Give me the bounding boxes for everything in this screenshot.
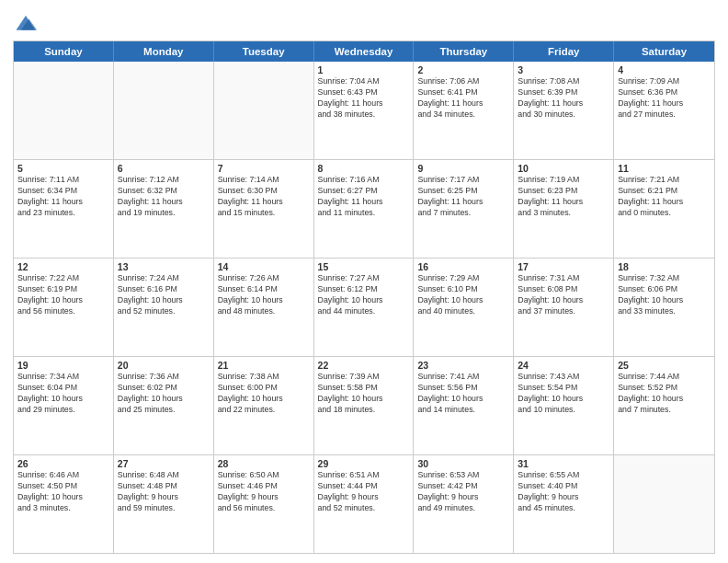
- cal-day-23: 23Sunrise: 7:41 AM Sunset: 5:56 PM Dayli…: [414, 357, 514, 454]
- day-number: 19: [17, 360, 109, 371]
- cal-day-29: 29Sunrise: 6:51 AM Sunset: 4:44 PM Dayli…: [314, 455, 415, 553]
- day-number: 15: [318, 261, 410, 272]
- calendar-header-row: SundayMondayTuesdayWednesdayThursdayFrid…: [14, 41, 714, 62]
- day-number: 18: [618, 261, 711, 272]
- cell-info: Sunrise: 7:19 AM Sunset: 6:23 PM Dayligh…: [518, 175, 609, 219]
- cal-day-11: 11Sunrise: 7:21 AM Sunset: 6:21 PM Dayli…: [614, 160, 714, 258]
- day-number: 6: [118, 163, 210, 174]
- cell-info: Sunrise: 7:26 AM Sunset: 6:14 PM Dayligh…: [218, 273, 310, 317]
- cell-info: Sunrise: 7:31 AM Sunset: 6:08 PM Dayligh…: [518, 273, 609, 317]
- cal-header-friday: Friday: [514, 41, 614, 62]
- day-number: 31: [518, 458, 609, 469]
- cal-day-5: 5Sunrise: 7:11 AM Sunset: 6:34 PM Daylig…: [14, 160, 114, 258]
- cell-info: Sunrise: 6:48 AM Sunset: 4:48 PM Dayligh…: [118, 470, 210, 514]
- day-number: 26: [17, 458, 109, 469]
- cal-day-8: 8Sunrise: 7:16 AM Sunset: 6:27 PM Daylig…: [314, 160, 415, 258]
- cal-day-19: 19Sunrise: 7:34 AM Sunset: 6:04 PM Dayli…: [14, 357, 114, 454]
- cal-week-5: 26Sunrise: 6:46 AM Sunset: 4:50 PM Dayli…: [14, 455, 714, 553]
- cal-day-25: 25Sunrise: 7:44 AM Sunset: 5:52 PM Dayli…: [614, 357, 714, 454]
- cal-header-wednesday: Wednesday: [314, 41, 415, 62]
- day-number: 29: [318, 458, 410, 469]
- cell-info: Sunrise: 7:21 AM Sunset: 6:21 PM Dayligh…: [618, 175, 711, 219]
- cal-empty-cell: [114, 62, 214, 159]
- day-number: 11: [618, 163, 711, 174]
- cal-day-4: 4Sunrise: 7:09 AM Sunset: 6:36 PM Daylig…: [614, 62, 714, 159]
- cell-info: Sunrise: 6:51 AM Sunset: 4:44 PM Dayligh…: [318, 470, 410, 514]
- day-number: 27: [118, 458, 210, 469]
- day-number: 2: [417, 64, 509, 75]
- cell-info: Sunrise: 7:14 AM Sunset: 6:30 PM Dayligh…: [218, 175, 310, 219]
- cell-info: Sunrise: 7:16 AM Sunset: 6:27 PM Dayligh…: [318, 175, 410, 219]
- cal-day-1: 1Sunrise: 7:04 AM Sunset: 6:43 PM Daylig…: [314, 62, 415, 159]
- day-number: 14: [218, 261, 310, 272]
- cal-day-13: 13Sunrise: 7:24 AM Sunset: 6:16 PM Dayli…: [114, 259, 214, 356]
- header: [13, 9, 715, 35]
- cal-week-3: 12Sunrise: 7:22 AM Sunset: 6:19 PM Dayli…: [14, 259, 714, 357]
- cal-day-21: 21Sunrise: 7:38 AM Sunset: 6:00 PM Dayli…: [214, 357, 314, 454]
- cell-info: Sunrise: 7:32 AM Sunset: 6:06 PM Dayligh…: [618, 273, 711, 317]
- cal-header-tuesday: Tuesday: [214, 41, 314, 62]
- cal-day-9: 9Sunrise: 7:17 AM Sunset: 6:25 PM Daylig…: [414, 160, 514, 258]
- page: SundayMondayTuesdayWednesdayThursdayFrid…: [0, 0, 728, 563]
- cell-info: Sunrise: 6:55 AM Sunset: 4:40 PM Dayligh…: [518, 470, 609, 514]
- day-number: 10: [518, 163, 609, 174]
- cell-info: Sunrise: 7:08 AM Sunset: 6:39 PM Dayligh…: [518, 76, 609, 121]
- cell-info: Sunrise: 7:43 AM Sunset: 5:54 PM Dayligh…: [518, 372, 609, 416]
- cal-day-12: 12Sunrise: 7:22 AM Sunset: 6:19 PM Dayli…: [14, 259, 114, 356]
- cal-day-14: 14Sunrise: 7:26 AM Sunset: 6:14 PM Dayli…: [214, 259, 314, 356]
- cell-info: Sunrise: 7:22 AM Sunset: 6:19 PM Dayligh…: [17, 273, 109, 317]
- cal-day-26: 26Sunrise: 6:46 AM Sunset: 4:50 PM Dayli…: [14, 455, 114, 553]
- cell-info: Sunrise: 7:41 AM Sunset: 5:56 PM Dayligh…: [417, 372, 509, 416]
- cal-day-28: 28Sunrise: 6:50 AM Sunset: 4:46 PM Dayli…: [214, 455, 314, 553]
- cal-empty-cell: [214, 62, 314, 159]
- day-number: 17: [518, 261, 609, 272]
- calendar: SundayMondayTuesdayWednesdayThursdayFrid…: [13, 40, 715, 554]
- cal-week-1: 1Sunrise: 7:04 AM Sunset: 6:43 PM Daylig…: [14, 62, 714, 160]
- cal-empty-cell: [614, 455, 714, 553]
- cal-day-10: 10Sunrise: 7:19 AM Sunset: 6:23 PM Dayli…: [514, 160, 614, 258]
- cal-header-thursday: Thursday: [414, 41, 514, 62]
- day-number: 5: [17, 163, 109, 174]
- day-number: 13: [118, 261, 210, 272]
- cell-info: Sunrise: 7:04 AM Sunset: 6:43 PM Dayligh…: [318, 76, 410, 121]
- day-number: 16: [417, 261, 509, 272]
- cal-empty-cell: [14, 62, 114, 159]
- cal-day-30: 30Sunrise: 6:53 AM Sunset: 4:42 PM Dayli…: [414, 455, 514, 553]
- day-number: 9: [417, 163, 509, 174]
- cal-day-22: 22Sunrise: 7:39 AM Sunset: 5:58 PM Dayli…: [314, 357, 415, 454]
- cell-info: Sunrise: 7:24 AM Sunset: 6:16 PM Dayligh…: [118, 273, 210, 317]
- day-number: 3: [518, 64, 609, 75]
- day-number: 23: [417, 360, 509, 371]
- cell-info: Sunrise: 6:53 AM Sunset: 4:42 PM Dayligh…: [417, 470, 509, 514]
- cal-day-18: 18Sunrise: 7:32 AM Sunset: 6:06 PM Dayli…: [614, 259, 714, 356]
- cell-info: Sunrise: 6:46 AM Sunset: 4:50 PM Dayligh…: [17, 470, 109, 514]
- day-number: 4: [618, 64, 711, 75]
- day-number: 22: [318, 360, 410, 371]
- day-number: 24: [518, 360, 609, 371]
- cal-day-16: 16Sunrise: 7:29 AM Sunset: 6:10 PM Dayli…: [414, 259, 514, 356]
- cell-info: Sunrise: 7:17 AM Sunset: 6:25 PM Dayligh…: [417, 175, 509, 219]
- cal-week-4: 19Sunrise: 7:34 AM Sunset: 6:04 PM Dayli…: [14, 357, 714, 455]
- day-number: 28: [218, 458, 310, 469]
- cell-info: Sunrise: 7:12 AM Sunset: 6:32 PM Dayligh…: [118, 175, 210, 219]
- day-number: 8: [318, 163, 410, 174]
- cell-info: Sunrise: 7:06 AM Sunset: 6:41 PM Dayligh…: [417, 76, 509, 121]
- cal-header-monday: Monday: [114, 41, 214, 62]
- cal-header-saturday: Saturday: [614, 41, 714, 62]
- cal-day-2: 2Sunrise: 7:06 AM Sunset: 6:41 PM Daylig…: [414, 62, 514, 159]
- calendar-body: 1Sunrise: 7:04 AM Sunset: 6:43 PM Daylig…: [14, 62, 714, 553]
- cell-info: Sunrise: 7:11 AM Sunset: 6:34 PM Dayligh…: [17, 175, 109, 219]
- day-number: 1: [318, 64, 410, 75]
- day-number: 21: [218, 360, 310, 371]
- cal-week-2: 5Sunrise: 7:11 AM Sunset: 6:34 PM Daylig…: [14, 160, 714, 259]
- cal-day-7: 7Sunrise: 7:14 AM Sunset: 6:30 PM Daylig…: [214, 160, 314, 258]
- cal-day-17: 17Sunrise: 7:31 AM Sunset: 6:08 PM Dayli…: [514, 259, 614, 356]
- cal-header-sunday: Sunday: [14, 41, 114, 62]
- cell-info: Sunrise: 7:27 AM Sunset: 6:12 PM Dayligh…: [318, 273, 410, 317]
- cal-day-3: 3Sunrise: 7:08 AM Sunset: 6:39 PM Daylig…: [514, 62, 614, 159]
- cal-day-20: 20Sunrise: 7:36 AM Sunset: 6:02 PM Dayli…: [114, 357, 214, 454]
- logo: [13, 9, 42, 35]
- cell-info: Sunrise: 7:09 AM Sunset: 6:36 PM Dayligh…: [618, 76, 711, 121]
- cell-info: Sunrise: 7:36 AM Sunset: 6:02 PM Dayligh…: [118, 372, 210, 416]
- cell-info: Sunrise: 7:34 AM Sunset: 6:04 PM Dayligh…: [17, 372, 109, 416]
